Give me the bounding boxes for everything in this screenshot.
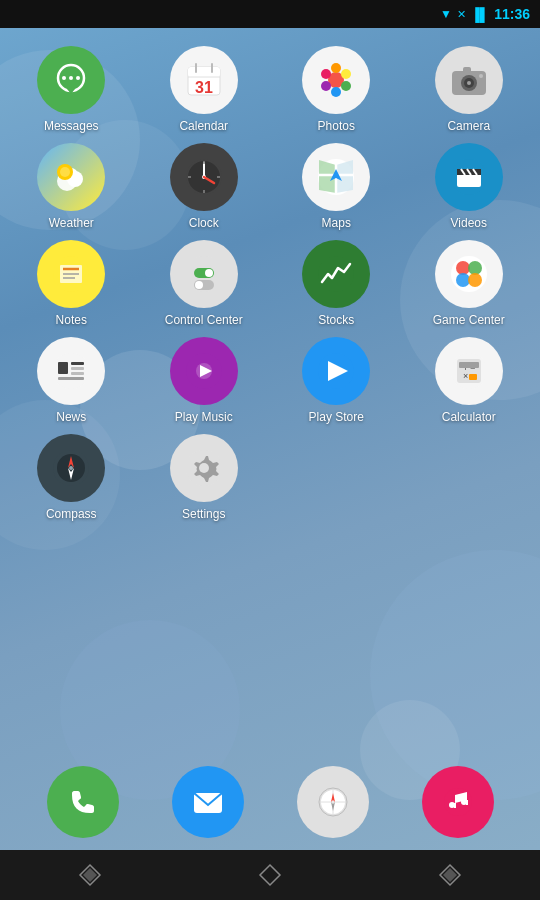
svg-point-57 — [205, 269, 213, 277]
svg-point-61 — [451, 256, 487, 292]
app-calculator[interactable]: + − × Calculator — [408, 337, 531, 424]
app-play-store[interactable]: Play Store — [275, 337, 398, 424]
weather-label: Weather — [49, 216, 94, 230]
app-messages[interactable]: Messages — [10, 46, 133, 133]
maps-icon — [302, 143, 370, 211]
app-control-center[interactable]: Control Center — [143, 240, 266, 327]
svg-text:31: 31 — [195, 79, 213, 96]
maps-label: Maps — [322, 216, 351, 230]
svg-point-90 — [199, 463, 209, 473]
svg-point-13 — [341, 69, 351, 79]
dock-mail[interactable] — [172, 766, 244, 838]
news-icon — [37, 337, 105, 405]
game-center-label: Game Center — [433, 313, 505, 327]
svg-point-21 — [467, 81, 471, 85]
app-play-music[interactable]: Play Music — [143, 337, 266, 424]
nav-bar — [0, 850, 540, 900]
svg-point-88 — [69, 466, 73, 470]
x-icon: ✕ — [457, 8, 466, 21]
svg-rect-69 — [71, 362, 84, 365]
svg-point-59 — [195, 281, 203, 289]
svg-rect-82 — [469, 374, 477, 380]
app-stocks[interactable]: Stocks — [275, 240, 398, 327]
app-news[interactable]: News — [10, 337, 133, 424]
videos-label: Videos — [451, 216, 487, 230]
calculator-label: Calculator — [442, 410, 496, 424]
weather-icon — [37, 143, 105, 211]
control-center-icon — [170, 240, 238, 308]
svg-text:×: × — [463, 371, 468, 381]
svg-marker-105 — [260, 865, 280, 885]
svg-point-62 — [456, 261, 470, 275]
messages-label: Messages — [44, 119, 99, 133]
svg-point-14 — [341, 81, 351, 91]
photos-label: Photos — [318, 119, 355, 133]
status-bar: ▼ ✕ ▐▌ 11:36 — [0, 0, 540, 28]
svg-rect-70 — [71, 367, 84, 370]
videos-icon — [435, 143, 503, 211]
status-icons: ▼ ✕ ▐▌ 11:36 — [440, 6, 530, 22]
photos-icon — [302, 46, 370, 114]
calendar-icon: 31 — [170, 46, 238, 114]
dock-phone[interactable] — [47, 766, 119, 838]
settings-icon — [170, 434, 238, 502]
svg-rect-83 — [459, 362, 479, 368]
app-game-center[interactable]: Game Center — [408, 240, 531, 327]
svg-rect-22 — [463, 67, 471, 73]
clock-icon — [170, 143, 238, 211]
app-grid: Messages 31 Calendar — [0, 28, 540, 531]
svg-point-65 — [468, 273, 482, 287]
news-label: News — [56, 410, 86, 424]
calculator-icon: + − × — [435, 337, 503, 405]
svg-point-63 — [468, 261, 482, 275]
play-store-icon — [302, 337, 370, 405]
nav-back-button[interactable] — [74, 859, 106, 891]
notes-label: Notes — [56, 313, 87, 327]
camera-icon — [435, 46, 503, 114]
messages-icon — [37, 46, 105, 114]
stocks-icon — [302, 240, 370, 308]
app-settings[interactable]: Settings — [143, 434, 266, 521]
app-compass[interactable]: Compass — [10, 434, 133, 521]
app-photos[interactable]: Photos — [275, 46, 398, 133]
play-music-icon — [170, 337, 238, 405]
svg-rect-68 — [58, 377, 84, 380]
svg-point-23 — [479, 74, 483, 78]
dock-safari[interactable] — [297, 766, 369, 838]
compass-label: Compass — [46, 507, 97, 521]
app-notes[interactable]: Notes — [10, 240, 133, 327]
dock-music[interactable] — [422, 766, 494, 838]
camera-label: Camera — [447, 119, 490, 133]
app-videos[interactable]: Videos — [408, 143, 531, 230]
dock — [0, 754, 540, 850]
svg-point-2 — [69, 76, 73, 80]
app-maps[interactable]: Maps — [275, 143, 398, 230]
nav-recent-button[interactable] — [434, 859, 466, 891]
status-time: 11:36 — [494, 6, 530, 22]
svg-point-60 — [318, 256, 354, 292]
app-weather[interactable]: Weather — [10, 143, 133, 230]
svg-point-3 — [76, 76, 80, 80]
svg-point-74 — [201, 368, 207, 374]
svg-rect-71 — [71, 372, 84, 375]
svg-rect-67 — [58, 362, 68, 374]
control-center-label: Control Center — [165, 313, 243, 327]
calendar-label: Calendar — [179, 119, 228, 133]
battery-icon: ▐▌ — [471, 7, 489, 22]
notes-icon — [37, 240, 105, 308]
svg-point-28 — [60, 167, 70, 177]
settings-label: Settings — [182, 507, 225, 521]
compass-icon — [37, 434, 105, 502]
stocks-label: Stocks — [318, 313, 354, 327]
game-center-icon — [435, 240, 503, 308]
app-clock[interactable]: Clock — [143, 143, 266, 230]
play-music-label: Play Music — [175, 410, 233, 424]
svg-point-15 — [331, 87, 341, 97]
app-camera[interactable]: Camera — [408, 46, 531, 133]
svg-point-16 — [321, 81, 331, 91]
svg-point-64 — [456, 273, 470, 287]
clock-label: Clock — [189, 216, 219, 230]
app-calendar[interactable]: 31 Calendar — [143, 46, 266, 133]
signal-icon: ▼ — [440, 7, 452, 21]
nav-home-button[interactable] — [254, 859, 286, 891]
